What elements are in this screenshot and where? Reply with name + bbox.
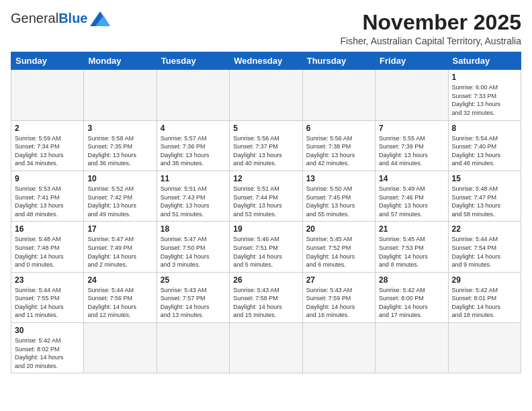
calendar-week-row: 2Sunrise: 5:59 AM Sunset: 7:34 PM Daylig… (11, 120, 521, 171)
location: Fisher, Australian Capital Territory, Au… (341, 36, 522, 46)
calendar-cell: 9Sunrise: 5:53 AM Sunset: 7:41 PM Daylig… (11, 171, 84, 221)
day-number: 14 (379, 174, 444, 183)
calendar-week-row: 16Sunrise: 5:48 AM Sunset: 7:48 PM Dayli… (11, 222, 521, 272)
calendar-cell: 3Sunrise: 5:58 AM Sunset: 7:35 PM Daylig… (84, 120, 157, 171)
calendar-cell: 5Sunrise: 5:56 AM Sunset: 7:37 PM Daylig… (230, 120, 302, 171)
page-header: General Blue November 2025 Fisher, Austr… (11, 11, 521, 46)
calendar-week-row: 30Sunrise: 5:42 AM Sunset: 8:02 PM Dayli… (11, 323, 521, 373)
calendar-header-monday: Monday (84, 52, 157, 70)
day-number: 11 (161, 174, 226, 183)
day-number: 3 (87, 124, 152, 133)
calendar-cell (375, 70, 448, 120)
day-number: 9 (15, 174, 80, 183)
day-info: Sunrise: 5:43 AM Sunset: 7:59 PM Dayligh… (306, 286, 371, 320)
logo-blue-text: Blue (58, 11, 87, 26)
calendar-cell: 26Sunrise: 5:43 AM Sunset: 7:58 PM Dayli… (230, 272, 302, 322)
day-info: Sunrise: 5:47 AM Sunset: 7:50 PM Dayligh… (161, 235, 226, 269)
day-info: Sunrise: 5:55 AM Sunset: 7:39 PM Dayligh… (379, 134, 444, 168)
day-number: 25 (161, 275, 226, 285)
logo-general-text: General (11, 11, 58, 26)
calendar-table: SundayMondayTuesdayWednesdayThursdayFrid… (11, 52, 521, 373)
calendar-cell (84, 323, 157, 373)
day-info: Sunrise: 5:44 AM Sunset: 7:56 PM Dayligh… (87, 286, 152, 320)
day-info: Sunrise: 5:54 AM Sunset: 7:40 PM Dayligh… (452, 134, 517, 168)
calendar-cell: 30Sunrise: 5:42 AM Sunset: 8:02 PM Dayli… (11, 323, 84, 373)
calendar-cell (448, 323, 521, 373)
day-info: Sunrise: 5:48 AM Sunset: 7:48 PM Dayligh… (15, 235, 80, 269)
calendar-cell: 6Sunrise: 5:56 AM Sunset: 7:38 PM Daylig… (302, 120, 375, 171)
calendar-header-friday: Friday (375, 52, 448, 70)
day-number: 18 (161, 224, 226, 234)
day-number: 23 (15, 275, 80, 285)
calendar-cell (302, 70, 375, 120)
day-info: Sunrise: 5:42 AM Sunset: 8:01 PM Dayligh… (452, 286, 517, 320)
calendar-cell: 20Sunrise: 5:45 AM Sunset: 7:52 PM Dayli… (302, 222, 375, 272)
calendar-cell: 19Sunrise: 5:46 AM Sunset: 7:51 PM Dayli… (230, 222, 302, 272)
day-number: 4 (161, 124, 226, 133)
day-number: 15 (452, 174, 517, 183)
calendar-cell: 21Sunrise: 5:45 AM Sunset: 7:53 PM Dayli… (375, 222, 448, 272)
day-info: Sunrise: 5:53 AM Sunset: 7:41 PM Dayligh… (15, 185, 80, 218)
calendar-cell: 24Sunrise: 5:44 AM Sunset: 7:56 PM Dayli… (84, 272, 157, 322)
day-info: Sunrise: 5:51 AM Sunset: 7:43 PM Dayligh… (161, 185, 226, 218)
day-number: 22 (452, 224, 517, 234)
day-number: 10 (87, 174, 152, 183)
day-info: Sunrise: 5:48 AM Sunset: 7:47 PM Dayligh… (452, 185, 517, 218)
calendar-cell (375, 323, 448, 373)
calendar-header-tuesday: Tuesday (157, 52, 229, 70)
calendar-header-row: SundayMondayTuesdayWednesdayThursdayFrid… (11, 52, 521, 70)
day-info: Sunrise: 5:50 AM Sunset: 7:45 PM Dayligh… (306, 185, 371, 218)
day-number: 12 (233, 174, 298, 183)
day-number: 19 (233, 224, 298, 234)
day-info: Sunrise: 5:43 AM Sunset: 7:57 PM Dayligh… (161, 286, 226, 320)
day-info: Sunrise: 5:52 AM Sunset: 7:42 PM Dayligh… (87, 185, 152, 218)
day-number: 26 (233, 275, 298, 285)
calendar-cell: 22Sunrise: 5:44 AM Sunset: 7:54 PM Dayli… (448, 222, 521, 272)
day-number: 2 (15, 124, 80, 133)
calendar-cell (302, 323, 375, 373)
day-number: 30 (15, 326, 80, 335)
day-info: Sunrise: 6:00 AM Sunset: 7:33 PM Dayligh… (452, 83, 517, 117)
day-info: Sunrise: 5:42 AM Sunset: 8:00 PM Dayligh… (379, 286, 444, 320)
calendar-cell: 10Sunrise: 5:52 AM Sunset: 7:42 PM Dayli… (84, 171, 157, 221)
calendar-week-row: 23Sunrise: 5:44 AM Sunset: 7:55 PM Dayli… (11, 272, 521, 322)
calendar-cell: 14Sunrise: 5:49 AM Sunset: 7:46 PM Dayli… (375, 171, 448, 221)
day-info: Sunrise: 5:56 AM Sunset: 7:37 PM Dayligh… (233, 134, 298, 168)
calendar-cell: 28Sunrise: 5:42 AM Sunset: 8:00 PM Dayli… (375, 272, 448, 322)
day-info: Sunrise: 5:46 AM Sunset: 7:51 PM Dayligh… (233, 235, 298, 269)
day-number: 20 (306, 224, 371, 234)
day-number: 24 (87, 275, 152, 285)
calendar-cell: 13Sunrise: 5:50 AM Sunset: 7:45 PM Dayli… (302, 171, 375, 221)
day-info: Sunrise: 5:51 AM Sunset: 7:44 PM Dayligh… (233, 185, 298, 218)
title-area: November 2025 Fisher, Australian Capital… (341, 11, 522, 46)
day-number: 21 (379, 224, 444, 234)
calendar-cell: 18Sunrise: 5:47 AM Sunset: 7:50 PM Dayli… (157, 222, 229, 272)
calendar-header-thursday: Thursday (302, 52, 375, 70)
day-info: Sunrise: 5:44 AM Sunset: 7:55 PM Dayligh… (15, 286, 80, 320)
day-info: Sunrise: 5:49 AM Sunset: 7:46 PM Dayligh… (379, 185, 444, 218)
day-number: 5 (233, 124, 298, 133)
calendar-cell: 2Sunrise: 5:59 AM Sunset: 7:34 PM Daylig… (11, 120, 84, 171)
calendar-cell: 27Sunrise: 5:43 AM Sunset: 7:59 PM Dayli… (302, 272, 375, 322)
logo: General Blue (11, 11, 110, 26)
calendar-cell (230, 323, 302, 373)
day-info: Sunrise: 5:44 AM Sunset: 7:54 PM Dayligh… (452, 235, 517, 269)
day-info: Sunrise: 5:45 AM Sunset: 7:52 PM Dayligh… (306, 235, 371, 269)
logo-icon (90, 11, 110, 26)
day-info: Sunrise: 5:59 AM Sunset: 7:34 PM Dayligh… (15, 134, 80, 168)
calendar-header-sunday: Sunday (11, 52, 84, 70)
day-info: Sunrise: 5:42 AM Sunset: 8:02 PM Dayligh… (15, 336, 80, 370)
day-info: Sunrise: 5:57 AM Sunset: 7:36 PM Dayligh… (161, 134, 226, 168)
calendar-cell: 16Sunrise: 5:48 AM Sunset: 7:48 PM Dayli… (11, 222, 84, 272)
day-number: 1 (452, 73, 517, 82)
calendar-cell (11, 70, 84, 120)
day-number: 27 (306, 275, 371, 285)
calendar-cell: 11Sunrise: 5:51 AM Sunset: 7:43 PM Dayli… (157, 171, 229, 221)
calendar-cell: 17Sunrise: 5:47 AM Sunset: 7:49 PM Dayli… (84, 222, 157, 272)
day-number: 6 (306, 124, 371, 133)
month-title: November 2025 (341, 11, 522, 34)
calendar-cell (230, 70, 302, 120)
day-info: Sunrise: 5:45 AM Sunset: 7:53 PM Dayligh… (379, 235, 444, 269)
calendar-cell: 15Sunrise: 5:48 AM Sunset: 7:47 PM Dayli… (448, 171, 521, 221)
day-number: 7 (379, 124, 444, 133)
